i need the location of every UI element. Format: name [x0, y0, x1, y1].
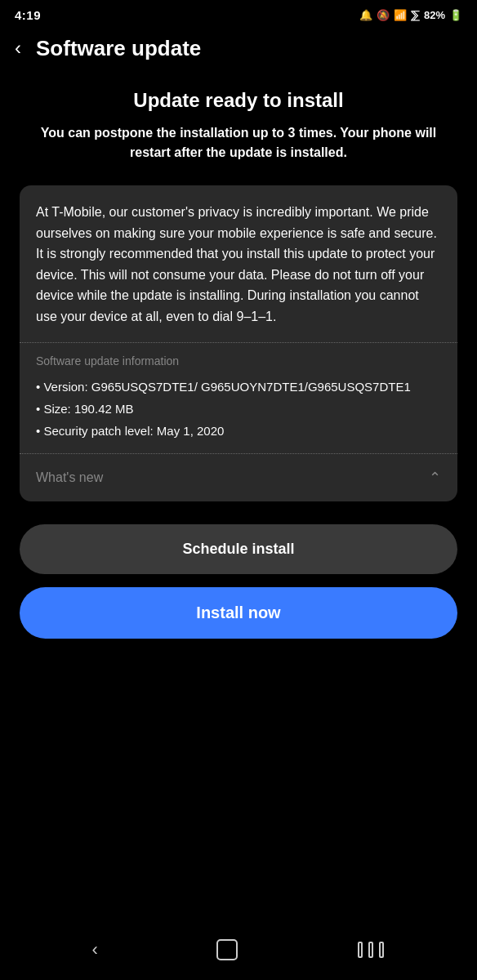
whats-new-row[interactable]: What's new ⌃ — [20, 453, 457, 501]
chevron-up-icon: ⌃ — [429, 469, 441, 487]
version-detail: • Version: G965USQS7DTE1/ G965UOYN7DTE1/… — [36, 376, 441, 398]
page-title: Software update — [36, 36, 201, 61]
nav-home-button[interactable] — [216, 939, 238, 960]
nav-recent-button[interactable] — [356, 942, 386, 958]
info-card: At T-Mobile, our customer's privacy is i… — [20, 185, 457, 501]
wifi-icon: 📶 — [394, 9, 407, 21]
update-subtitle: You can postpone the installation up to … — [20, 123, 457, 163]
schedule-install-button[interactable]: Schedule install — [20, 524, 457, 574]
update-title: Update ready to install — [20, 89, 457, 112]
nav-recent-icon — [356, 942, 386, 958]
battery-icon: 🔋 — [449, 9, 462, 21]
status-icons: 🔔 🔕 📶 ⅀ 82% 🔋 — [359, 9, 462, 21]
info-body-text: At T-Mobile, our customer's privacy is i… — [36, 202, 441, 327]
nav-back-icon: ‹ — [91, 939, 97, 960]
security-patch-detail: • Security patch level: May 1, 2020 — [36, 420, 441, 442]
install-now-button[interactable]: Install now — [20, 587, 457, 639]
battery-text: 82% — [424, 9, 445, 21]
status-bar: 4:19 🔔 🔕 📶 ⅀ 82% 🔋 — [0, 0, 477, 27]
toolbar: ‹ Software update — [0, 27, 477, 73]
nav-home-icon — [216, 939, 238, 960]
section-label: Software update information — [36, 343, 441, 376]
signal-icon: ⅀ — [411, 9, 420, 21]
nav-back-button[interactable]: ‹ — [91, 939, 97, 960]
update-details: • Version: G965USQS7DTE1/ G965UOYN7DTE1/… — [36, 376, 441, 453]
buttons-section: Schedule install Install now — [0, 501, 477, 655]
status-time: 4:19 — [15, 8, 41, 22]
size-detail: • Size: 190.42 MB — [36, 398, 441, 420]
mute-icon: 🔕 — [377, 9, 390, 21]
whats-new-label: What's new — [36, 470, 103, 485]
back-button[interactable]: ‹ — [8, 33, 28, 63]
bottom-nav: ‹ — [0, 926, 477, 980]
alarm-icon: 🔔 — [359, 9, 372, 21]
main-content: Update ready to install You can postpone… — [0, 73, 477, 501]
